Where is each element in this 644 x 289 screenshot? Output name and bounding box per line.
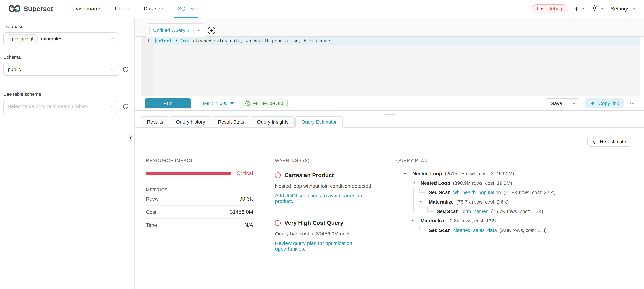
tree-guide-line [414, 188, 414, 212]
metric-row-time: Time N/A [146, 219, 253, 232]
sql-editor[interactable]: 1 select * from cleaned_sales_data, wb_h… [141, 37, 640, 96]
impact-level: Critical [236, 170, 253, 177]
nav-item-datasets[interactable]: Datasets [137, 0, 171, 17]
sql-lab-page: Superset Dashboards Charts Datasets SQL … [0, 0, 644, 289]
nav-item-charts[interactable]: Charts [108, 0, 137, 17]
nav-item-sql[interactable]: SQL [171, 0, 201, 17]
query-tab[interactable]: Untitled Query 1 × [146, 23, 205, 37]
database-select-value: examples [41, 36, 62, 42]
limit-value: 1 000 [216, 101, 228, 106]
tab-result-stats[interactable]: Result Stats [212, 116, 250, 128]
chevron-down-icon [110, 36, 114, 42]
plan-node: Nested Loop (890.9M rows, cost: 19.0M) [396, 178, 637, 188]
tree-guide-line [422, 190, 422, 209]
table-link[interactable]: cleaned_sales_data [454, 228, 497, 233]
refresh-tables-icon[interactable] [122, 103, 129, 110]
tab-query-insights[interactable]: Query Insights [251, 116, 295, 128]
collapse-sidebar-button[interactable] [128, 133, 133, 142]
new-item-menu[interactable]: + [574, 5, 584, 12]
tree-connector [419, 188, 424, 193]
chevron-down-icon [600, 7, 604, 10]
nav-item-dashboards[interactable]: Dashboards [66, 0, 108, 17]
plan-node: Materialize (75.7K rows, cost: 2.6K) [396, 197, 637, 207]
warning-high-cost: ! Very High Cost Query Query has cost of… [275, 220, 378, 252]
nav-menu: Dashboards Charts Datasets SQL [66, 0, 201, 17]
plan-node: Materialize (2.8K rows, cost: 132) [396, 216, 637, 226]
sun-icon [592, 5, 598, 13]
clock-icon [245, 101, 250, 106]
tree-connector [419, 226, 424, 230]
database-engine-tag: postgresql [8, 34, 38, 43]
chevron-down-icon[interactable] [411, 180, 416, 186]
query-tab-bar: Untitled Query 1 × + [135, 18, 644, 37]
sidebar-divider [3, 84, 128, 84]
plan-node: Seq Scan birth_names (75.7K rows, cost: … [396, 207, 637, 216]
save-split-button: Save [544, 98, 579, 108]
tab-query-history[interactable]: Query history [170, 116, 211, 128]
query-plan-column: QUERY PLAN Nested Loop (2515.0B rows, co… [390, 149, 644, 289]
plus-icon: + [574, 5, 578, 12]
line-number: 1 [147, 38, 150, 43]
text-cursor [155, 38, 156, 43]
add-query-tab-button[interactable]: + [208, 27, 215, 34]
close-tab-icon[interactable]: × [197, 27, 200, 33]
estimator-header: Re-estimate [135, 128, 644, 149]
plan-node: Nested Loop (2515.0B rows, cost: 31456.0… [396, 169, 637, 178]
query-plan-tree: Nested Loop (2515.0B rows, cost: 31456.0… [396, 169, 637, 235]
sidebar-divider [3, 121, 128, 121]
table-select[interactable]: Select table or type to search tables [3, 100, 118, 113]
chevron-left-icon [129, 136, 132, 140]
schema-select-value: public [8, 66, 21, 72]
warning-suggestion-link[interactable]: Add JOIN conditions to avoid cartesian p… [275, 193, 378, 204]
warnings-column: WARNINGS (2) ! Cartesian Product Nested … [264, 149, 390, 289]
theme-menu[interactable] [592, 5, 604, 13]
schema-label: Schema [3, 54, 131, 60]
resource-impact-column: RESOURCE IMPACT Critical METRICS Rows 90… [135, 149, 264, 289]
sql-code-line: select * from cleaned_sales_data, wb_hea… [155, 38, 335, 43]
chevron-down-icon[interactable] [411, 218, 416, 224]
table-link[interactable]: wb_health_population [454, 190, 501, 195]
superset-logo[interactable]: Superset [0, 5, 53, 13]
warning-icon: ! [275, 172, 281, 178]
results-tab-bar: Results Query history Result Stats Query… [135, 116, 644, 128]
metric-row-cost: Cost 31456.0M [146, 206, 253, 219]
link-icon [590, 101, 595, 106]
chevron-down-icon [110, 66, 114, 73]
warning-cartesian-product: ! Cartesian Product Nested loop without … [275, 172, 378, 204]
more-actions-button[interactable]: ⋯ [630, 100, 636, 107]
limit-dropdown[interactable]: LIMIT: 1 000 [200, 101, 234, 106]
database-select[interactable]: postgresql examples [3, 32, 118, 45]
pane-resize-divider[interactable] [135, 110, 644, 111]
table-link[interactable]: birth_names [462, 209, 488, 214]
toolbar-right: Save Copy link ⋯ [544, 98, 644, 108]
tab-query-estimator[interactable]: Query Estimator [295, 116, 343, 128]
active-nav-underline [174, 16, 198, 17]
save-button[interactable]: Save [545, 99, 568, 108]
navbar-right: flask-debug + Settings [532, 4, 644, 13]
query-timer: 00:00:00.00 [240, 98, 288, 108]
copy-link-button[interactable]: Copy link [585, 98, 624, 108]
save-options-button[interactable] [568, 99, 579, 108]
resource-impact-heading: RESOURCE IMPACT [146, 158, 253, 163]
settings-menu[interactable]: Settings [611, 6, 635, 12]
warning-suggestion-link[interactable]: Review query plan for optimization oppor… [275, 240, 378, 252]
drag-handle-icon[interactable] [149, 27, 150, 34]
environment-badge: flask-debug [532, 4, 567, 13]
estimator-content: RESOURCE IMPACT Critical METRICS Rows 90… [135, 149, 644, 289]
plan-node: Seq Scan wb_health_population (11.8K row… [396, 188, 637, 197]
superset-infinity-icon [9, 5, 20, 12]
pane-drag-handle[interactable] [384, 112, 395, 116]
tab-results[interactable]: Results [141, 116, 169, 128]
schema-select[interactable]: public [3, 63, 118, 76]
reestimate-button[interactable]: Re-estimate [588, 137, 631, 147]
timer-value: 00:00:00.00 [253, 101, 283, 106]
plan-node: Seq Scan cleaned_sales_data (2.8K rows, … [396, 226, 637, 235]
database-label: Database [3, 24, 131, 29]
metric-row-rows: Rows 90.3K [146, 193, 253, 206]
table-select-placeholder: Select table or type to search tables [8, 104, 88, 109]
chevron-down-icon[interactable] [403, 171, 408, 177]
refresh-schemas-icon[interactable] [122, 66, 129, 73]
navbar: Superset Dashboards Charts Datasets SQL … [0, 0, 644, 18]
chevron-down-icon [581, 7, 584, 10]
run-button[interactable]: Run [144, 98, 191, 108]
